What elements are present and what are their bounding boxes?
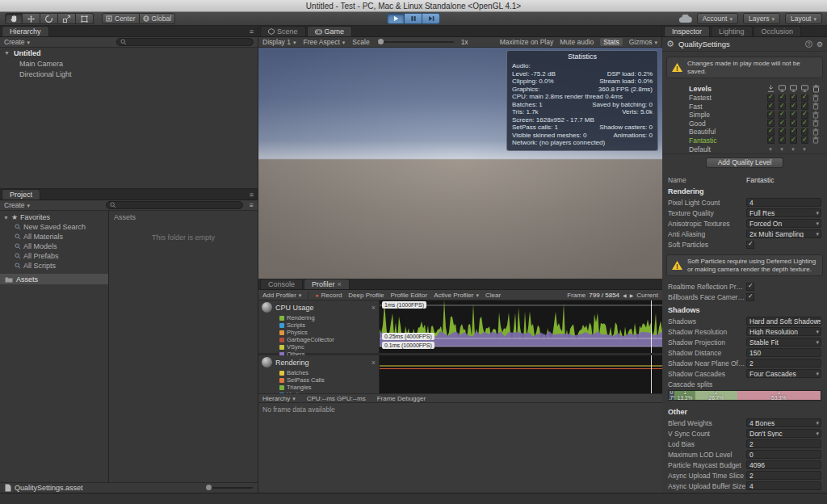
level-checkbox[interactable] — [790, 128, 797, 136]
disclosure-icon[interactable]: ▼ — [3, 215, 9, 220]
legend-item[interactable]: Rendering — [258, 314, 379, 321]
cascade-segment[interactable]: 3 53.3% — [737, 391, 821, 400]
close-icon[interactable]: × — [372, 304, 376, 312]
add-quality-level-button[interactable]: Add Quality Level — [706, 158, 783, 168]
stats-button[interactable]: Stats — [600, 38, 622, 46]
legend-item[interactable]: Physics — [258, 329, 379, 336]
level-checkbox[interactable] — [779, 120, 786, 127]
gizmos-dropdown[interactable]: Gizmos ▾ — [629, 38, 657, 46]
panel-menu-icon[interactable]: ≡ — [250, 191, 254, 199]
rendering-chart[interactable] — [380, 355, 662, 393]
property-control[interactable]: 0 — [746, 450, 821, 459]
favorite-item[interactable]: All Models — [0, 242, 108, 251]
display-dropdown[interactable]: Display 1 ▾ — [262, 38, 296, 46]
cloud-icon[interactable] — [678, 15, 692, 23]
tab-inspector[interactable]: Inspector — [664, 26, 710, 36]
hierarchy-item[interactable]: Directional Light — [0, 69, 258, 79]
pause-button[interactable] — [405, 13, 422, 24]
quality-level-row[interactable]: Fantastic — [662, 136, 827, 145]
cascade-segment[interactable]: 1 13.3% — [674, 391, 695, 400]
rect-tool-button[interactable] — [76, 13, 94, 24]
level-checkbox[interactable] — [790, 120, 797, 127]
property-control[interactable]: 2 — [746, 471, 821, 480]
active-profiler-dropdown[interactable]: Active Profiler ▾ — [434, 292, 479, 299]
default-marker-icon[interactable]: ▾ — [799, 146, 810, 153]
close-icon[interactable]: × — [338, 279, 342, 290]
level-checkbox[interactable] — [779, 103, 786, 110]
rendering-module[interactable]: Rendering × Batches — [258, 355, 380, 393]
property-control[interactable]: 2 — [746, 439, 821, 448]
level-checkbox[interactable] — [779, 128, 786, 136]
legend-item[interactable]: Batches — [258, 369, 379, 376]
tab-lighting[interactable]: Lighting — [711, 26, 753, 36]
property-control[interactable]: 4096 — [746, 460, 821, 469]
profile-editor-button[interactable]: Profile Editor — [390, 292, 427, 299]
current-frame-button[interactable]: Current — [636, 292, 658, 299]
next-frame-button[interactable]: ▶ — [630, 292, 634, 298]
favorite-item[interactable]: All Scripts — [0, 261, 108, 271]
level-checkbox[interactable] — [767, 128, 775, 136]
cascade-segment[interactable]: 0 3.7% — [669, 391, 674, 400]
current-frame-playhead[interactable] — [651, 355, 652, 393]
property-control[interactable]: Four Cascades — [746, 369, 821, 378]
property-control[interactable]: Don't Sync — [746, 429, 821, 438]
property-control[interactable]: Hard and Soft Shadows — [746, 317, 821, 326]
tab-game[interactable]: Game — [307, 26, 353, 36]
level-checkbox[interactable] — [767, 111, 775, 119]
play-button[interactable] — [387, 13, 405, 24]
property-control[interactable]: High Resolution — [746, 327, 821, 336]
level-checkbox[interactable] — [779, 111, 786, 119]
property-control[interactable]: Full Res — [746, 208, 821, 217]
panel-menu-icon[interactable]: ≡ — [250, 201, 254, 209]
clear-button[interactable]: Clear — [485, 292, 501, 299]
disclosure-icon[interactable]: ▼ — [4, 50, 10, 56]
level-checkbox[interactable] — [790, 103, 797, 110]
prev-frame-button[interactable]: ◀ — [623, 292, 627, 298]
slider-knob[interactable] — [378, 39, 384, 44]
trash-icon[interactable] — [810, 128, 821, 136]
favorite-item[interactable]: All Materials — [0, 232, 108, 242]
trash-icon[interactable] — [810, 94, 821, 102]
thumbnail-size-slider[interactable] — [206, 487, 253, 489]
default-marker-icon[interactable]: ▾ — [776, 146, 787, 153]
create-dropdown[interactable]: Create ▾ — [4, 38, 30, 46]
level-checkbox[interactable] — [779, 136, 786, 144]
aspect-dropdown[interactable]: Free Aspect ▾ — [303, 38, 345, 46]
favorite-item[interactable]: All Prefabs — [0, 251, 108, 261]
tab-console[interactable]: Console — [260, 279, 303, 289]
property-control[interactable] — [746, 293, 754, 301]
legend-item[interactable]: VSync — [258, 343, 379, 351]
project-search-input[interactable] — [106, 201, 243, 209]
step-button[interactable] — [422, 13, 440, 24]
default-marker-icon[interactable]: ▾ — [765, 146, 776, 153]
scale-tool-button[interactable] — [58, 13, 76, 24]
legend-item[interactable]: Triangles — [258, 384, 379, 391]
level-checkbox[interactable] — [801, 94, 808, 102]
tab-scene[interactable]: Scene — [260, 26, 306, 36]
pivot-toggle-button[interactable]: Center — [102, 13, 140, 24]
layout-dropdown[interactable]: Layout ▾ — [785, 13, 822, 24]
deep-profile-button[interactable]: Deep Profile — [348, 292, 384, 299]
property-control[interactable]: 2x Multi Sampling — [746, 229, 821, 238]
game-viewport[interactable]: Statistics Audio: Level: -75.2 dB DSP lo… — [258, 48, 662, 279]
favorite-item[interactable]: New Saved Search — [0, 222, 108, 232]
property-control[interactable] — [746, 241, 754, 249]
level-checkbox[interactable] — [779, 94, 786, 102]
level-checkbox[interactable] — [801, 111, 808, 119]
account-dropdown[interactable]: Account ▾ — [697, 13, 738, 24]
default-marker-icon[interactable]: ▾ — [787, 146, 799, 153]
slider-knob[interactable] — [206, 485, 212, 490]
level-checkbox[interactable] — [767, 120, 775, 127]
property-control[interactable]: 4 — [746, 198, 821, 207]
move-tool-button[interactable] — [23, 13, 40, 24]
hierarchy-item-scene[interactable]: ▼ Untitled — [0, 48, 258, 58]
tab-profiler[interactable]: Profiler × — [304, 279, 350, 289]
level-checkbox[interactable] — [790, 94, 797, 102]
cascade-splits-bar[interactable]: 0 3.7% 1 13.3% 2 26.7% 3 — [668, 390, 821, 401]
legend-item[interactable]: SetPass Calls — [258, 376, 379, 384]
cpu-usage-chart[interactable]: 1ms (1000FPS) 0.25ms (4000FPS) 0.1ms (10… — [380, 300, 662, 353]
tab-project[interactable]: Project — [2, 189, 40, 200]
add-profiler-dropdown[interactable]: Add Profiler ▾ — [262, 292, 301, 299]
settings-gear-icon[interactable]: ⚙ — [817, 40, 823, 48]
details-mode-dropdown[interactable]: Hierarchy ▾ — [262, 395, 296, 402]
